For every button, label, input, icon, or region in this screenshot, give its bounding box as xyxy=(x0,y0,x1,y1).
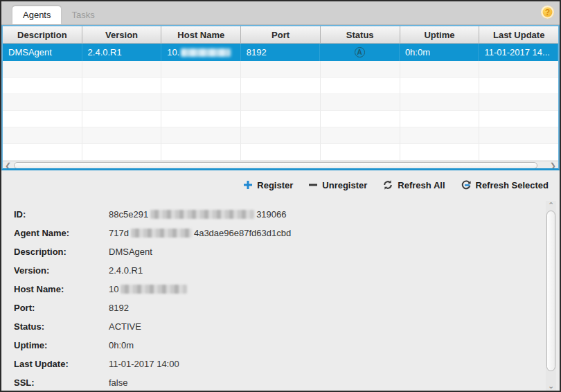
detail-label: Version: xyxy=(14,265,109,276)
table-row-selected[interactable]: DMSAgent 2.4.0.R1 10. 8192 A 0h:0m 11-01… xyxy=(3,44,558,61)
detail-value: 717d4a3dae96e87fd63d1cbd xyxy=(109,228,291,238)
table-row xyxy=(3,94,558,111)
table-row xyxy=(3,111,558,127)
detail-row: Port: 8192 xyxy=(14,299,560,317)
detail-value: ACTIVE xyxy=(109,321,141,332)
scroll-up-icon[interactable]: ⌃ xyxy=(548,202,554,209)
header-cell-uptime[interactable]: Uptime xyxy=(400,26,480,43)
cell-uptime: 0h:0m xyxy=(400,44,479,61)
cell-version: 2.4.0.R1 xyxy=(82,44,162,61)
detail-row: SSL: false xyxy=(14,373,560,392)
header-cell-version[interactable]: Version xyxy=(82,26,162,43)
header-cell-status[interactable]: Status xyxy=(321,26,400,43)
detail-label: SSL: xyxy=(14,377,109,388)
unregister-button[interactable]: Unregister xyxy=(308,180,367,190)
redacted-blur xyxy=(131,229,192,238)
detail-value: DMSAgent xyxy=(109,247,152,257)
detail-value: 10 xyxy=(109,284,189,294)
detail-label: Uptime: xyxy=(14,340,109,350)
scroll-right-icon[interactable]: ❯ xyxy=(550,162,556,170)
detail-row: Uptime: 0h:0m xyxy=(14,336,560,355)
header-cell-port[interactable]: Port xyxy=(241,26,321,43)
detail-label: Agent Name: xyxy=(14,228,109,238)
tab-agents[interactable]: Agents xyxy=(12,6,61,24)
redacted-blur xyxy=(150,210,254,219)
table-row xyxy=(3,61,558,78)
header-cell-last-update[interactable]: Last Update xyxy=(479,26,558,43)
detail-row: Last Update: 11-01-2017 14:00 xyxy=(14,355,560,373)
detail-row: Version: 2.4.0.R1 xyxy=(14,261,560,280)
scroll-left-icon[interactable]: ❮ xyxy=(5,162,11,170)
detail-value: 88c5e291319066 xyxy=(109,209,287,220)
agents-table: Description Version Host Name Port Statu… xyxy=(1,25,560,170)
header-cell-description[interactable]: Description xyxy=(3,26,82,43)
agent-manager-window: Agents Tasks ? Description Version Host … xyxy=(0,0,561,392)
tab-bar: Agents Tasks ? xyxy=(1,1,560,25)
agent-details-panel: ID: 88c5e291319066 Agent Name: 717d4a3da… xyxy=(1,199,560,392)
cell-status: A xyxy=(320,44,400,61)
cell-host-name: 10. xyxy=(161,44,241,61)
cell-description: DMSAgent xyxy=(3,44,82,61)
detail-label: Status: xyxy=(14,321,109,332)
agent-toolbar: Register Unregister Refresh All Refresh … xyxy=(1,170,560,199)
tab-agents-label: Agents xyxy=(23,10,51,20)
refresh-selected-icon xyxy=(461,179,472,190)
vertical-scrollbar-thumb[interactable] xyxy=(546,211,555,371)
refresh-icon xyxy=(382,179,393,190)
detail-value: 8192 xyxy=(109,303,129,313)
detail-value: 2.4.0.R1 xyxy=(109,265,143,276)
cell-port: 8192 xyxy=(241,44,321,61)
detail-label: Host Name: xyxy=(14,284,109,294)
help-icon[interactable]: ? xyxy=(541,6,554,19)
scroll-down-icon[interactable]: ⌄ xyxy=(548,382,554,390)
vertical-scrollbar[interactable]: ⌃ ⌄ xyxy=(546,201,556,391)
detail-label: ID: xyxy=(14,209,109,220)
detail-row: Agent Name: 717d4a3dae96e87fd63d1cbd xyxy=(14,224,560,242)
tab-tasks-label: Tasks xyxy=(71,10,94,20)
plus-icon xyxy=(243,180,253,190)
refresh-all-button[interactable]: Refresh All xyxy=(382,179,445,190)
status-active-icon: A xyxy=(355,47,365,57)
detail-row: Host Name: 10 xyxy=(14,280,560,299)
table-header: Description Version Host Name Port Statu… xyxy=(3,26,558,44)
detail-value: false xyxy=(109,377,127,388)
tab-tasks[interactable]: Tasks xyxy=(61,6,105,24)
detail-label: Port: xyxy=(14,303,109,313)
table-row xyxy=(3,127,558,144)
register-button[interactable]: Register xyxy=(243,180,293,190)
table-row xyxy=(3,144,558,161)
minus-icon xyxy=(308,180,318,190)
detail-label: Description: xyxy=(14,247,109,257)
horizontal-scrollbar[interactable]: ❮ ❯ xyxy=(3,161,558,170)
cell-last-update: 11-01-2017 14... xyxy=(479,44,558,61)
detail-label: Last Update: xyxy=(14,359,109,369)
detail-row: Description: DMSAgent xyxy=(14,242,560,261)
refresh-selected-button[interactable]: Refresh Selected xyxy=(461,179,549,190)
redacted-blur xyxy=(121,285,187,294)
table-row xyxy=(3,78,558,94)
detail-value: 0h:0m xyxy=(109,340,134,350)
horizontal-scrollbar-thumb[interactable] xyxy=(14,162,537,169)
detail-value: 11-01-2017 14:00 xyxy=(109,359,179,369)
header-cell-host-name[interactable]: Host Name xyxy=(161,26,241,43)
detail-row: ID: 88c5e291319066 xyxy=(14,205,560,224)
redacted-blur xyxy=(181,48,231,57)
detail-row: Status: ACTIVE xyxy=(14,317,560,336)
